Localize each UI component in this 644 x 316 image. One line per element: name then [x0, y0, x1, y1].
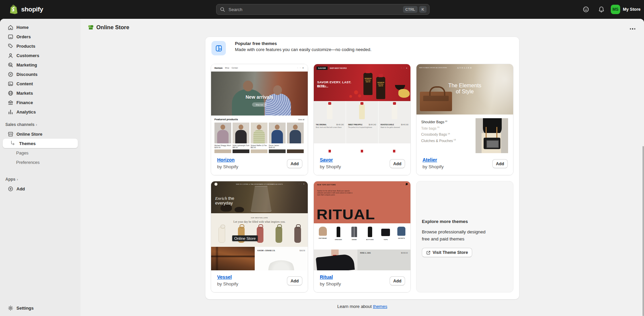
- category-item: Clutches & Pouches13: [421, 139, 456, 143]
- theme-card-footer: Horizon by Shopify Add: [211, 153, 308, 175]
- product-caption: [287, 144, 304, 148]
- online-store-tooltip: Online Store: [232, 235, 258, 241]
- atelier-product-photo: [476, 118, 508, 153]
- sidekick-icon[interactable]: [583, 6, 589, 13]
- theme-name-link[interactable]: Vessel: [217, 274, 232, 280]
- plate-decor: [266, 260, 296, 270]
- shopify-wordmark: shopify: [21, 6, 43, 13]
- product-captions: Michael Shaggy Wool Cardigan$200.00 Sofi…: [214, 144, 304, 148]
- sidebar-item-themes[interactable]: Themes: [0, 139, 81, 148]
- explore-body: Browse professionally designed free and …: [422, 228, 489, 242]
- sidebar-item-settings[interactable]: Settings: [0, 303, 81, 313]
- sidebar-item-orders[interactable]: Orders: [0, 32, 81, 41]
- sidebar-item-preferences[interactable]: Preferences: [0, 157, 81, 167]
- handbag-decor: [420, 92, 452, 111]
- global-search[interactable]: CTRL K: [216, 4, 430, 15]
- savor-hero: SAVOR SHOP ABOUT RECIPES ◦ ◦ ● SAVOR EVE…: [314, 64, 410, 101]
- add-theme-button[interactable]: Add: [492, 159, 508, 168]
- store-avatar[interactable]: MS: [611, 5, 620, 14]
- sidebar-item-label: Add: [16, 186, 25, 191]
- apps-header[interactable]: Apps ›: [0, 175, 81, 184]
- savor-next-row: [314, 143, 410, 153]
- product-caption: Striped Waffle LS Tee$52.00: [251, 144, 267, 148]
- search-input[interactable]: [228, 7, 401, 12]
- sidebar-item-products[interactable]: Products: [0, 41, 81, 51]
- strap-decor: [496, 127, 497, 138]
- sidebar-item-analytics[interactable]: Analytics: [0, 107, 81, 117]
- sidebar-item-markets[interactable]: Markets: [0, 88, 81, 98]
- ritual-preview[interactable]: NEW TOPS BOTTOMS ◦ ◦ ● Fashion for the w…: [314, 181, 410, 270]
- themes-help-link[interactable]: themes: [373, 304, 387, 309]
- vessel-nav-icons: ◦ ◦ ●: [299, 183, 305, 185]
- sidebar-item-label: Themes: [19, 141, 36, 146]
- visit-theme-store-label: Visit Theme Store: [433, 250, 468, 255]
- sidebar-item-add-app[interactable]: Add: [0, 184, 81, 193]
- category-item: Tote bags39: [421, 126, 456, 130]
- chili-decor: [349, 95, 352, 98]
- theme-author: by Shopify: [320, 164, 341, 169]
- visit-theme-store-button[interactable]: Visit Theme Store: [422, 248, 472, 257]
- vessel-hero-text: Enrich the everyday: [215, 196, 234, 206]
- category-tile: DENIM: [348, 227, 361, 250]
- theme-name-link[interactable]: Horizon: [217, 157, 235, 163]
- sidebar-item-customers[interactable]: Customers: [0, 51, 81, 60]
- theme-name-link[interactable]: Atelier: [423, 157, 437, 163]
- theme-name-link[interactable]: Ritual: [320, 274, 333, 280]
- search-icon: [220, 7, 225, 12]
- ginger-decor: [398, 89, 410, 98]
- add-theme-button[interactable]: Add: [390, 276, 405, 285]
- sidebar-item-pages[interactable]: Pages: [0, 148, 81, 157]
- category-tile: KNITWEAR: [316, 227, 330, 250]
- page-header: Online Store: [88, 24, 129, 31]
- more-actions-button[interactable]: [629, 26, 637, 32]
- category-tile: BOTTOMS: [363, 227, 377, 250]
- shopify-logo[interactable]: shopify: [10, 5, 43, 14]
- theme-card-footer: Ritual by Shopify Add: [314, 270, 410, 292]
- theme-name-link[interactable]: Savor: [320, 157, 333, 163]
- external-link-icon: [426, 251, 431, 255]
- finance-bank-icon: [7, 99, 14, 106]
- page-title: Online Store: [96, 24, 129, 31]
- sidebar-item-content[interactable]: Content: [0, 79, 81, 88]
- sidebar-item-marketing[interactable]: Marketing: [0, 60, 81, 70]
- horizon-hero-text: New arrivals: [211, 94, 308, 100]
- add-theme-button[interactable]: Add: [287, 159, 302, 168]
- savor-preview[interactable]: SAVOR SHOP ABOUT RECIPES ◦ ◦ ● SAVOR EVE…: [314, 64, 410, 153]
- vessel-product-name: KAKOMI + DONABE 2.5L: [257, 250, 275, 252]
- savor-products: THE ORIGINAL$9.49 CAD Bold, fresh and fi…: [314, 101, 410, 143]
- sales-channels-header[interactable]: Sales channels ›: [0, 120, 81, 129]
- theme-card-atelier: NEW IN BAGS SHOES ACCESSORIES ATELIER ◦ …: [416, 64, 513, 175]
- orders-icon: [7, 34, 14, 40]
- horizon-preview[interactable]: Horizon Shop Contact ◦ ◦ ● New arrivals …: [211, 64, 308, 153]
- sidebar-item-label: Settings: [16, 306, 34, 311]
- sidebar-item-discounts[interactable]: Discounts: [0, 70, 81, 79]
- add-theme-button[interactable]: Add: [390, 159, 405, 168]
- sauce-bottle: JAPANESE DIPPING SAUCE: [376, 77, 385, 99]
- theme-card-footer: Vessel by Shopify Add: [211, 270, 308, 292]
- cup-decor: [235, 207, 244, 212]
- product-tile: [214, 123, 231, 143]
- chevron-right-icon: ›: [36, 123, 37, 127]
- panel-title: Popular free themes: [235, 41, 277, 46]
- vessel-product-price: $162.50: [300, 250, 305, 252]
- main-content: Online Store Popular free themes Made wi…: [81, 19, 644, 316]
- app-surface: Home Orders Products Customers Marketing…: [0, 19, 644, 316]
- sidebar-item-home[interactable]: Home: [0, 22, 81, 32]
- add-theme-button[interactable]: Add: [287, 276, 302, 285]
- store-name[interactable]: My Store: [623, 7, 641, 12]
- notifications-bell-icon[interactable]: [598, 6, 605, 13]
- sidebar-item-finance[interactable]: Finance: [0, 98, 81, 107]
- chili-decor: [354, 90, 358, 94]
- pitcher-decor: [251, 186, 271, 212]
- atelier-preview[interactable]: NEW IN BAGS SHOES ACCESSORIES ATELIER ◦ …: [416, 64, 513, 153]
- markets-globe-icon: [7, 90, 14, 96]
- ritual-nav-links: NEW TOPS BOTTOMS: [317, 184, 336, 186]
- vessel-preview[interactable]: NEW IN COFFEE & TEA DRINKWARE KITCHENWAR…: [211, 181, 308, 270]
- horizon-preview-nav: Horizon Shop Contact ◦ ◦ ●: [211, 64, 308, 72]
- page-scrollbar[interactable]: [643, 146, 644, 316]
- online-store-green-icon: [88, 24, 94, 31]
- ritual-product-price: $8,500.00: [401, 252, 408, 254]
- sidebar-item-online-store[interactable]: Online Store: [0, 129, 81, 139]
- discounts-icon: [7, 71, 14, 78]
- thermos-decor: [294, 227, 301, 243]
